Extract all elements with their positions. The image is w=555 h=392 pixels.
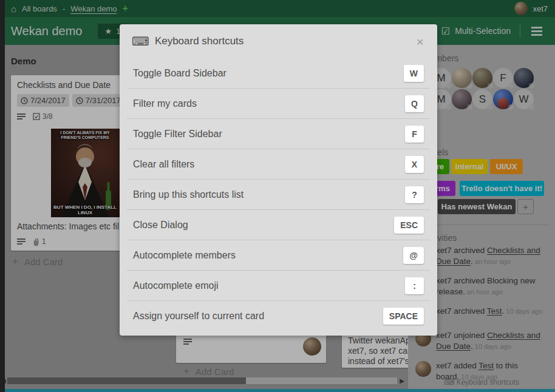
key-badge: X	[405, 156, 424, 173]
key-badge: Q	[405, 95, 424, 112]
shortcut-row: Toggle Filter SidebarF	[127, 118, 430, 149]
dialog-title: Keyboard shortcuts	[155, 35, 243, 47]
keyboard-shortcuts-dialog: ⌨ Keyboard shortcuts × Toggle Board Side…	[120, 24, 437, 336]
shortcut-row: Toggle Board SidebarW	[127, 58, 430, 88]
key-badge: ?	[405, 186, 424, 203]
shortcut-row: Autocomplete members@	[127, 240, 430, 270]
shortcut-row: Filter my cardsQ	[127, 88, 430, 118]
key-badge: :	[405, 277, 424, 294]
shortcut-row: Bring up this shortcuts list?	[127, 179, 430, 209]
shortcut-row: Autocomplete emoji:	[127, 270, 430, 300]
shortcut-row: Clear all filtersX	[127, 149, 430, 179]
keyboard-icon: ⌨	[132, 34, 149, 49]
key-badge: ESC	[394, 217, 424, 234]
key-badge: SPACE	[383, 308, 424, 325]
shortcut-row: Close DialogESC	[127, 209, 430, 240]
key-badge: W	[404, 65, 424, 82]
key-badge: @	[403, 247, 424, 264]
close-icon[interactable]: ×	[417, 35, 424, 48]
key-badge: F	[405, 126, 424, 143]
shortcut-row: Assign yourself to current cardSPACE	[127, 300, 430, 331]
wekan-app: ⌂ All boards - Wekan demo + xet7 Wekan d…	[0, 0, 555, 392]
